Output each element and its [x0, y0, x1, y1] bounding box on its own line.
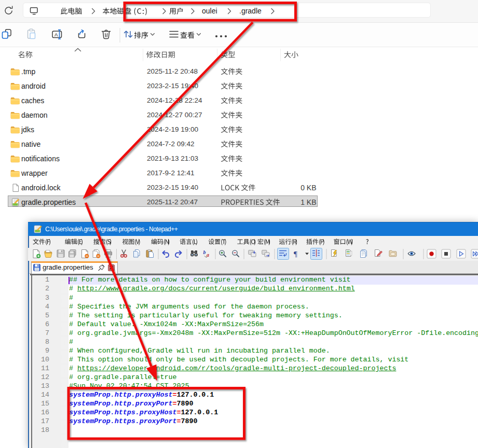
svg-text:a: a: [207, 252, 209, 258]
svg-text:A: A: [54, 32, 58, 37]
svg-text:b: b: [203, 249, 206, 255]
svg-text:¶: ¶: [294, 250, 297, 258]
